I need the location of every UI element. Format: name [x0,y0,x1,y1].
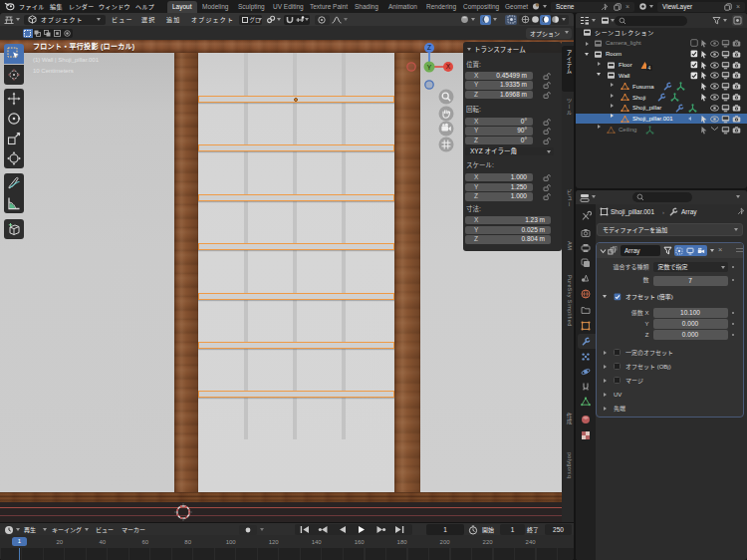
svg-text:Z: Z [427,44,431,51]
svg-text:X: X [446,63,451,70]
svg-text:Y: Y [427,64,432,71]
